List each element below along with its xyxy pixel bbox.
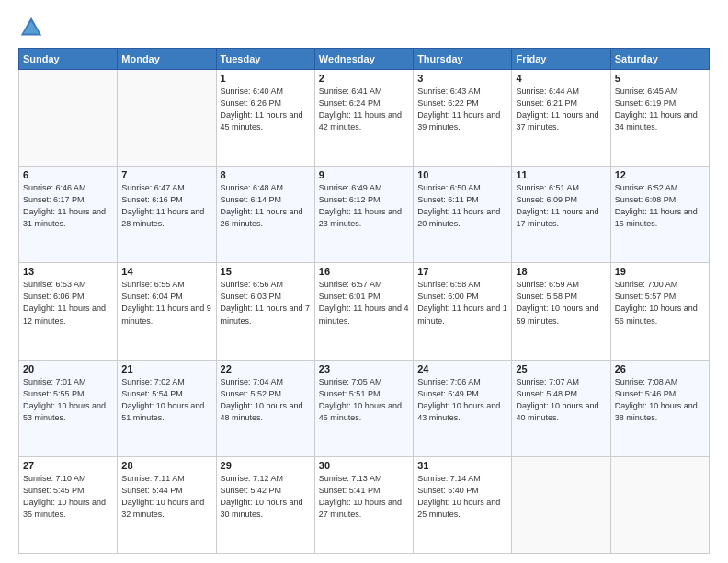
cell-sun-info: Sunrise: 6:43 AMSunset: 6:22 PMDaylight:… [417,86,507,133]
calendar-week-2: 6Sunrise: 6:46 AMSunset: 6:17 PMDaylight… [19,167,710,263]
calendar-cell: 3Sunrise: 6:43 AMSunset: 6:22 PMDaylight… [414,70,512,167]
cell-sun-info: Sunrise: 7:00 AMSunset: 5:57 PMDaylight:… [615,279,705,327]
col-header-wednesday: Wednesday [314,49,413,70]
day-number: 25 [516,363,606,374]
day-number: 4 [516,73,606,84]
day-number: 26 [615,363,705,374]
calendar-cell: 4Sunrise: 6:44 AMSunset: 6:21 PMDaylight… [512,70,610,167]
cell-sun-info: Sunrise: 6:41 AMSunset: 6:24 PMDaylight:… [319,86,409,133]
calendar-week-5: 27Sunrise: 7:10 AMSunset: 5:45 PMDayligh… [19,456,710,553]
day-number: 21 [121,363,211,374]
cell-sun-info: Sunrise: 6:51 AMSunset: 6:09 PMDaylight:… [516,182,606,230]
calendar-cell: 17Sunrise: 6:58 AMSunset: 6:00 PMDayligh… [414,263,512,360]
cell-sun-info: Sunrise: 6:56 AMSunset: 6:03 PMDaylight:… [221,279,311,327]
col-header-thursday: Thursday [414,49,512,70]
day-number: 5 [615,73,705,84]
day-number: 22 [221,363,311,374]
day-number: 29 [221,460,311,471]
cell-sun-info: Sunrise: 6:49 AMSunset: 6:12 PMDaylight:… [319,182,409,230]
cell-sun-info: Sunrise: 6:40 AMSunset: 6:26 PMDaylight:… [221,86,311,133]
col-header-sunday: Sunday [19,49,118,70]
logo-icon [18,15,44,40]
cell-sun-info: Sunrise: 7:10 AMSunset: 5:45 PMDaylight:… [23,473,113,521]
calendar-cell: 22Sunrise: 7:04 AMSunset: 5:52 PMDayligh… [216,360,314,456]
day-number: 31 [417,460,507,471]
cell-sun-info: Sunrise: 6:44 AMSunset: 6:21 PMDaylight:… [516,86,606,133]
cell-sun-info: Sunrise: 6:58 AMSunset: 6:00 PMDaylight:… [417,279,507,327]
day-number: 27 [23,460,113,471]
calendar-header-row: SundayMondayTuesdayWednesdayThursdayFrid… [19,49,710,70]
day-number: 12 [615,169,705,180]
calendar-week-4: 20Sunrise: 7:01 AMSunset: 5:55 PMDayligh… [19,360,710,456]
calendar-cell: 15Sunrise: 6:56 AMSunset: 6:03 PMDayligh… [216,263,314,360]
calendar-cell: 29Sunrise: 7:12 AMSunset: 5:42 PMDayligh… [216,456,314,553]
col-header-saturday: Saturday [610,49,709,70]
cell-sun-info: Sunrise: 6:47 AMSunset: 6:16 PMDaylight:… [121,182,211,230]
col-header-tuesday: Tuesday [216,49,314,70]
calendar-cell [118,70,216,167]
col-header-friday: Friday [512,49,610,70]
cell-sun-info: Sunrise: 7:02 AMSunset: 5:54 PMDaylight:… [121,376,211,424]
calendar-cell: 19Sunrise: 7:00 AMSunset: 5:57 PMDayligh… [610,263,709,360]
day-number: 23 [319,363,409,374]
cell-sun-info: Sunrise: 6:57 AMSunset: 6:01 PMDaylight:… [319,279,409,327]
calendar-cell: 16Sunrise: 6:57 AMSunset: 6:01 PMDayligh… [314,263,413,360]
cell-sun-info: Sunrise: 7:07 AMSunset: 5:48 PMDaylight:… [516,376,606,424]
day-number: 1 [221,73,311,84]
cell-sun-info: Sunrise: 7:01 AMSunset: 5:55 PMDaylight:… [23,376,113,424]
calendar-cell [610,456,709,553]
calendar-cell: 18Sunrise: 6:59 AMSunset: 5:58 PMDayligh… [512,263,610,360]
cell-sun-info: Sunrise: 7:14 AMSunset: 5:40 PMDaylight:… [417,473,507,521]
day-number: 17 [417,266,507,277]
day-number: 7 [121,169,211,180]
calendar-cell: 31Sunrise: 7:14 AMSunset: 5:40 PMDayligh… [414,456,512,553]
calendar-cell: 11Sunrise: 6:51 AMSunset: 6:09 PMDayligh… [512,167,610,263]
calendar-cell: 23Sunrise: 7:05 AMSunset: 5:51 PMDayligh… [314,360,413,456]
day-number: 15 [221,266,311,277]
calendar-cell: 12Sunrise: 6:52 AMSunset: 6:08 PMDayligh… [610,167,709,263]
cell-sun-info: Sunrise: 7:05 AMSunset: 5:51 PMDaylight:… [319,376,409,424]
calendar-cell: 8Sunrise: 6:48 AMSunset: 6:14 PMDaylight… [216,167,314,263]
cell-sun-info: Sunrise: 6:48 AMSunset: 6:14 PMDaylight:… [221,182,311,230]
cell-sun-info: Sunrise: 7:04 AMSunset: 5:52 PMDaylight:… [221,376,311,424]
day-number: 11 [516,169,606,180]
page: SundayMondayTuesdayWednesdayThursdayFrid… [0,0,728,563]
day-number: 2 [319,73,409,84]
day-number: 24 [417,363,507,374]
cell-sun-info: Sunrise: 6:46 AMSunset: 6:17 PMDaylight:… [23,182,113,230]
cell-sun-info: Sunrise: 7:11 AMSunset: 5:44 PMDaylight:… [121,473,211,521]
cell-sun-info: Sunrise: 6:50 AMSunset: 6:11 PMDaylight:… [417,182,507,230]
calendar-cell: 27Sunrise: 7:10 AMSunset: 5:45 PMDayligh… [19,456,118,553]
cell-sun-info: Sunrise: 6:53 AMSunset: 6:06 PMDaylight:… [23,279,113,327]
logo [18,15,48,40]
calendar-week-3: 13Sunrise: 6:53 AMSunset: 6:06 PMDayligh… [19,263,710,360]
day-number: 18 [516,266,606,277]
calendar-cell [512,456,610,553]
cell-sun-info: Sunrise: 6:59 AMSunset: 5:58 PMDaylight:… [516,279,606,327]
calendar-cell: 30Sunrise: 7:13 AMSunset: 5:41 PMDayligh… [314,456,413,553]
day-number: 30 [319,460,409,471]
calendar-cell: 25Sunrise: 7:07 AMSunset: 5:48 PMDayligh… [512,360,610,456]
cell-sun-info: Sunrise: 7:06 AMSunset: 5:49 PMDaylight:… [417,376,507,424]
cell-sun-info: Sunrise: 6:45 AMSunset: 6:19 PMDaylight:… [615,86,705,133]
day-number: 19 [615,266,705,277]
day-number: 3 [417,73,507,84]
header [18,15,710,40]
col-header-monday: Monday [118,49,216,70]
day-number: 10 [417,169,507,180]
calendar-cell: 24Sunrise: 7:06 AMSunset: 5:49 PMDayligh… [414,360,512,456]
day-number: 20 [23,363,113,374]
calendar-cell: 28Sunrise: 7:11 AMSunset: 5:44 PMDayligh… [118,456,216,553]
cell-sun-info: Sunrise: 7:12 AMSunset: 5:42 PMDaylight:… [221,473,311,521]
calendar-cell: 1Sunrise: 6:40 AMSunset: 6:26 PMDaylight… [216,70,314,167]
day-number: 8 [221,169,311,180]
calendar-cell: 2Sunrise: 6:41 AMSunset: 6:24 PMDaylight… [314,70,413,167]
calendar-cell: 13Sunrise: 6:53 AMSunset: 6:06 PMDayligh… [19,263,118,360]
day-number: 16 [319,266,409,277]
cell-sun-info: Sunrise: 7:13 AMSunset: 5:41 PMDaylight:… [319,473,409,521]
day-number: 28 [121,460,211,471]
calendar-cell: 20Sunrise: 7:01 AMSunset: 5:55 PMDayligh… [19,360,118,456]
calendar-cell: 7Sunrise: 6:47 AMSunset: 6:16 PMDaylight… [118,167,216,263]
cell-sun-info: Sunrise: 7:08 AMSunset: 5:46 PMDaylight:… [615,376,705,424]
calendar-cell: 26Sunrise: 7:08 AMSunset: 5:46 PMDayligh… [610,360,709,456]
